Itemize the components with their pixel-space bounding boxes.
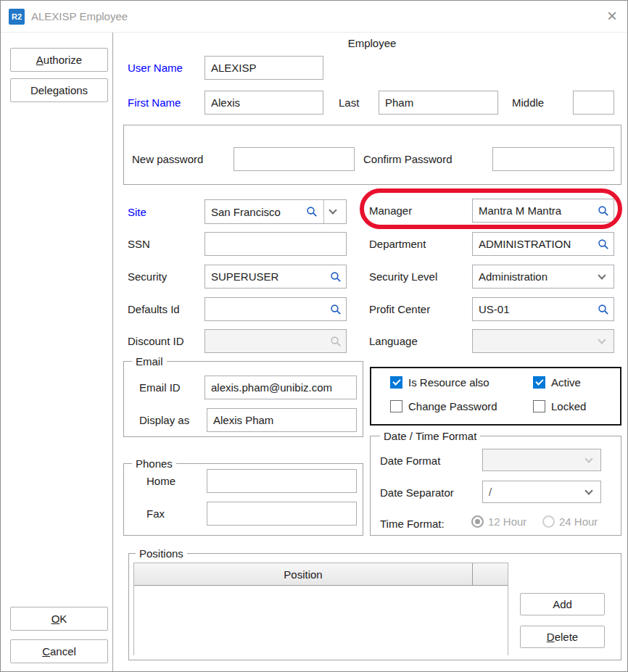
ssn-field: [204, 232, 347, 256]
discount-id-input: [210, 335, 327, 347]
chevron-down-icon: [598, 336, 606, 344]
ssn-input[interactable]: [210, 238, 342, 250]
home-phone-label: Home: [146, 475, 175, 487]
profit-center-field: [472, 297, 614, 321]
locked-checkrow[interactable]: Locked: [533, 400, 586, 412]
defaults-id-input[interactable]: [210, 303, 327, 315]
last-name-field: [379, 91, 498, 115]
user-name-input[interactable]: [210, 62, 318, 74]
home-phone-input[interactable]: [212, 475, 352, 487]
last-name-label: Last: [339, 96, 359, 109]
date-format-label: Date Format: [380, 455, 440, 467]
user-name-field: [204, 56, 323, 80]
date-separator-value: /: [487, 486, 582, 498]
manager-label: Manager: [369, 204, 412, 217]
email-id-label: Email ID: [139, 381, 181, 394]
change-password-checkrow[interactable]: Change Password: [390, 400, 497, 412]
security-input[interactable]: [210, 270, 327, 283]
date-separator-label: Date Separator: [380, 486, 454, 499]
cancel-label-post: ancel: [50, 645, 76, 658]
ssn-label: SSN: [128, 238, 150, 250]
24-hour-radio: [542, 515, 555, 528]
confirm-password-input[interactable]: [497, 153, 609, 165]
locked-label: Locked: [551, 400, 586, 412]
locked-checkbox[interactable]: [533, 400, 545, 412]
middle-name-field: [573, 91, 614, 115]
add-button[interactable]: Add: [520, 593, 605, 615]
security-level-value: Administration: [477, 270, 595, 283]
fax-field: [207, 502, 357, 526]
time-format-label: Time Format:: [380, 518, 445, 530]
display-as-label: Display as: [139, 414, 189, 426]
cancel-label-key: C: [42, 645, 50, 658]
positions-table-header: Position: [134, 563, 508, 586]
display-as-input[interactable]: [212, 414, 352, 426]
first-name-label: First Name: [128, 96, 181, 109]
department-input[interactable]: [477, 238, 595, 250]
12-hour-radio: [471, 515, 484, 528]
site-dropdown-button[interactable]: [327, 200, 342, 223]
profit-center-input[interactable]: [477, 303, 595, 315]
is-resource-checkbox[interactable]: [390, 376, 402, 389]
email-id-input[interactable]: [210, 381, 352, 394]
new-password-label: New password: [132, 153, 203, 165]
manager-input[interactable]: [477, 204, 595, 217]
app-logo-icon: R2: [9, 9, 25, 25]
delegations-button[interactable]: Delegations: [10, 78, 108, 102]
email-group-title: Email: [132, 355, 167, 368]
position-column-header: Position: [134, 563, 473, 585]
ok-button[interactable]: OK: [10, 607, 108, 631]
delegations-label-post: ations: [59, 84, 88, 96]
date-format-dropdown: [482, 449, 601, 471]
authorize-button[interactable]: Authorize: [10, 48, 108, 72]
delete-label-post: elete: [555, 631, 579, 643]
close-icon[interactable]: ×: [607, 6, 617, 26]
chevron-down-icon: [329, 206, 336, 214]
is-resource-checkrow[interactable]: Is Resource also: [390, 376, 489, 389]
delete-button[interactable]: Delete: [520, 626, 605, 648]
authorize-label-key: A: [36, 54, 44, 66]
manager-lookup-icon[interactable]: [598, 205, 609, 217]
site-label: Site: [128, 206, 146, 218]
defaults-id-lookup-icon[interactable]: [330, 304, 342, 315]
department-lookup-icon[interactable]: [598, 238, 609, 250]
chevron-down-icon: [598, 271, 606, 279]
profit-center-lookup-icon[interactable]: [598, 304, 609, 315]
12-hour-label: 12 Hour: [488, 515, 526, 528]
position-extra-column-header: [473, 563, 508, 585]
site-input[interactable]: [210, 206, 303, 218]
add-label: Add: [553, 598, 572, 610]
window-title: ALEXISP Employee: [31, 10, 128, 22]
delegations-label-key: g: [53, 84, 59, 96]
cancel-button[interactable]: Cancel: [10, 639, 108, 663]
employee-dialog: R2 ALEXISP Employee × Authorize Delegati…: [0, 0, 628, 672]
last-name-input[interactable]: [384, 96, 493, 109]
delegations-label-pre: Dele: [30, 84, 53, 96]
home-phone-field: [207, 469, 357, 493]
active-checkrow[interactable]: Active: [533, 376, 581, 389]
title-bar: R2 ALEXISP Employee ×: [1, 1, 627, 33]
site-lookup-icon[interactable]: [306, 206, 318, 217]
discount-id-lookup-icon: [330, 336, 342, 347]
chevron-down-icon: [584, 455, 592, 462]
positions-table-body[interactable]: [134, 586, 508, 655]
form-heading: Employee: [123, 37, 621, 49]
time-format-24h-radio-row: 24 Hour: [542, 515, 598, 528]
ok-label-key: O: [51, 613, 60, 625]
first-name-input[interactable]: [210, 96, 318, 109]
change-password-checkbox[interactable]: [390, 400, 402, 412]
fax-input[interactable]: [212, 507, 352, 520]
active-label: Active: [551, 376, 581, 389]
active-checkbox[interactable]: [533, 376, 545, 389]
site-field: [204, 199, 347, 224]
department-label: Department: [369, 238, 426, 250]
security-lookup-icon[interactable]: [330, 271, 342, 283]
new-password-field: [234, 147, 355, 171]
display-as-field: [207, 408, 357, 432]
security-level-dropdown[interactable]: Administration: [472, 265, 614, 289]
date-separator-dropdown[interactable]: /: [482, 481, 601, 503]
new-password-input[interactable]: [239, 153, 350, 165]
middle-name-input[interactable]: [578, 96, 609, 109]
delete-label-key: D: [547, 631, 555, 643]
email-id-field: [204, 376, 357, 399]
